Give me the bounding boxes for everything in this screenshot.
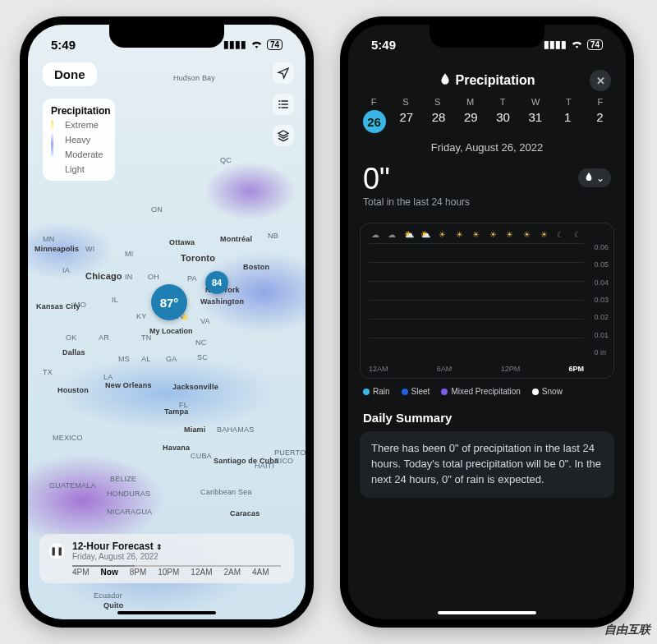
map-city: Miami <box>184 426 206 434</box>
chart-sky-icons: ☁☁ ⛅⛅ ☀☀ ☀☀ ☀☀ ☀ ☾☾ <box>369 230 584 239</box>
map-city[interactable]: Toronto <box>181 253 215 263</box>
date-cell[interactable]: 1 <box>555 110 580 133</box>
forecast-timeline[interactable]: 4PM Now 8PM 10PM 12AM 2AM 4AM <box>48 568 286 577</box>
legend-dot-snow <box>532 389 539 395</box>
hourly-chart: ☁☁ ⛅⛅ ☀☀ ☀☀ ☀☀ ☀ ☾☾ 0.060.05 0.040.03 0.… <box>360 223 614 379</box>
date-cell[interactable]: 28 <box>426 110 451 133</box>
date-strip[interactable]: 26 27 28 29 30 31 1 2 <box>348 108 626 140</box>
layers-icon[interactable] <box>273 125 294 146</box>
weekday: M <box>466 97 474 107</box>
signal-icon: ▮▮▮▮ <box>223 39 246 50</box>
legend-level: Light <box>65 164 103 174</box>
unit-selector[interactable]: ⌄ <box>578 168 611 187</box>
map-label: Hudson Bay <box>173 74 215 82</box>
chevron-down-icon: ⌄ <box>596 172 604 184</box>
timeline-tick: 12AM <box>191 568 212 577</box>
map-label: IL <box>112 296 118 304</box>
close-button[interactable]: ✕ <box>590 70 611 91</box>
map-city: Montréal <box>220 235 252 243</box>
map-label: CUBA <box>191 452 212 460</box>
map-label: WI <box>85 245 94 253</box>
notch <box>109 25 224 48</box>
date-cell[interactable]: 30 <box>491 110 516 133</box>
sun-icon: ☀ <box>453 230 466 239</box>
map-label: MS <box>118 355 130 363</box>
wifi-icon <box>571 39 583 51</box>
status-time: 5:49 <box>51 38 76 52</box>
legend-label: Mixed Precipitation <box>451 387 520 396</box>
precipitation-detail: Precipitation ✕ F S S M T W T F 26 27 28… <box>348 25 626 619</box>
map-label: AR <box>99 334 109 342</box>
precipitation-legend: Precipitation Extreme Heavy Moderate Lig… <box>43 99 115 181</box>
forecast-date: Friday, August 26, 2022 <box>72 552 163 561</box>
signal-icon: ▮▮▮▮ <box>544 39 567 50</box>
moon-icon: ☾ <box>571 230 584 239</box>
map-city: Ottawa <box>169 238 195 246</box>
wifi-icon <box>250 39 263 51</box>
map-label: SC <box>197 353 208 361</box>
weekday: W <box>531 97 540 107</box>
map-city: Washington <box>200 297 244 306</box>
map-label: LA <box>103 373 113 381</box>
legend-level: Heavy <box>65 135 103 145</box>
date-cell-selected[interactable]: 26 <box>362 110 387 133</box>
map-label: NICARAGUA <box>107 508 152 516</box>
map-label: HAITI <box>255 462 274 470</box>
date-cell[interactable]: 31 <box>523 110 548 133</box>
map-label: QC <box>220 156 232 164</box>
map-city: Boston <box>243 263 269 271</box>
date-cell[interactable]: 27 <box>394 110 419 133</box>
weather-map[interactable]: Done Precipitation Extreme <box>28 25 306 619</box>
home-indicator[interactable] <box>117 611 216 614</box>
sun-icon: ☀ <box>487 230 500 239</box>
forecast-bar[interactable]: ❚❚ 12-Hour Forecast ⇕ Friday, August 26,… <box>39 534 294 583</box>
date-cell[interactable]: 29 <box>458 110 483 133</box>
map-label: NB <box>268 232 278 240</box>
map-city: Kansas City <box>36 302 80 310</box>
legend-dot-mixed <box>441 389 448 395</box>
sun-icon: ☀ <box>470 230 483 239</box>
my-location-label: My Location <box>149 327 193 335</box>
legend-label: Snow <box>542 387 563 396</box>
forecast-title: 12-Hour Forecast <box>72 540 154 552</box>
map-label: MI <box>125 250 133 258</box>
secondary-temp-bubble[interactable]: 84 <box>205 271 228 294</box>
chart-y-axis: 0.060.05 0.040.03 0.020.01 0 in <box>594 243 609 356</box>
legend-dot-sleet <box>402 389 408 395</box>
date-cell[interactable]: 2 <box>587 110 612 133</box>
chart-legend: Rain Sleet Mixed Precipitation Snow <box>348 387 626 407</box>
pause-button[interactable]: ❚❚ <box>48 542 66 560</box>
map-label: HONDURAS <box>107 490 150 498</box>
done-button[interactable]: Done <box>43 62 97 86</box>
timeline-tick: 4PM <box>72 568 90 577</box>
current-temp-bubble[interactable]: 87° ☀ <box>151 284 187 320</box>
total-value: 0" <box>363 162 390 196</box>
weekday: S <box>434 97 440 107</box>
map-city[interactable]: Chicago <box>85 271 122 281</box>
map-label: IN <box>125 273 132 281</box>
full-date: Friday, August 26, 2022 <box>348 140 626 162</box>
map-label: KY <box>136 312 146 320</box>
summary-text: There has been 0" of precipitation in th… <box>360 431 614 498</box>
legend-level: Moderate <box>65 150 103 159</box>
home-indicator[interactable] <box>438 611 536 614</box>
map-label: OH <box>148 273 159 281</box>
map-label: NC <box>195 338 206 347</box>
weekday-strip: F S S M T W T F <box>348 95 626 108</box>
phone-left: 5:49 ▮▮▮▮ 74 Done <box>20 16 314 628</box>
list-icon[interactable] <box>273 94 294 115</box>
map-label: BELIZE <box>110 475 136 483</box>
status-icons: ▮▮▮▮ 74 <box>223 39 283 51</box>
sun-icon: ☀ <box>521 230 534 239</box>
map-label: TX <box>43 368 53 376</box>
partly-icon: ⛅ <box>420 230 433 239</box>
cloud-icon: ☁ <box>369 230 382 239</box>
map-label: GUATEMALA <box>49 481 96 490</box>
notch <box>430 25 544 48</box>
droplet-icon <box>439 72 451 89</box>
map-label: Ecuador <box>94 591 122 600</box>
battery-badge: 74 <box>267 39 283 50</box>
location-arrow-icon[interactable] <box>273 62 294 84</box>
timeline-tick: 4AM <box>252 568 269 577</box>
map-city: New Orleans <box>105 381 152 389</box>
